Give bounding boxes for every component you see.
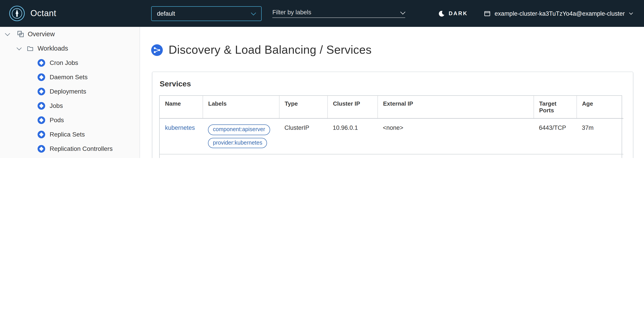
- column-header-target-ports[interactable]: Target Ports: [534, 96, 576, 118]
- folder-icon: [27, 45, 34, 52]
- table-row: kubernetes component:apiserver provider:…: [160, 118, 624, 154]
- column-header-labels[interactable]: Labels: [202, 96, 279, 118]
- services-table: Name Labels Type Cluster IP External IP …: [159, 95, 622, 158]
- sidebar-item-daemon-sets[interactable]: Daemon Sets: [0, 70, 140, 84]
- sidebar-item-label: Replication Controllers: [50, 145, 113, 152]
- sidebar-item-overview[interactable]: Overview: [0, 27, 140, 41]
- sidebar-item-label: Replica Sets: [50, 131, 85, 138]
- type-cell: ClusterIP: [279, 118, 327, 154]
- target-ports-cell: 6443/TCP: [534, 118, 576, 154]
- chevron-down-icon: [629, 11, 633, 16]
- app-header: Octant default DARK example-cluster-ka3T…: [0, 0, 644, 27]
- target-ports-cell: http/TCP: [534, 154, 576, 158]
- cluster-icon: [484, 10, 490, 17]
- column-header-external-ip[interactable]: External IP: [378, 96, 534, 118]
- sidebar-group-label: Workloads: [38, 45, 68, 52]
- chevron-down-icon[interactable]: [5, 32, 10, 36]
- column-header-type[interactable]: Type: [279, 96, 327, 118]
- table-row: my-blog-ghost app:my-blog-ghost chart:gh…: [160, 154, 624, 158]
- sidebar-item-label: Pods: [50, 116, 64, 124]
- replica-sets-icon: [38, 130, 45, 138]
- discovery-load-balancing-icon: [151, 44, 163, 56]
- labels-cell: component:apiserver provider:kubernetes: [202, 118, 279, 154]
- name-cell: my-blog-ghost: [160, 154, 202, 158]
- chevron-down-icon[interactable]: [17, 46, 22, 51]
- external-ip-cell: <none>: [378, 118, 534, 154]
- label-filter[interactable]: [272, 9, 405, 18]
- app-title: Octant: [30, 9, 56, 18]
- sidebar-item-replica-sets[interactable]: Replica Sets: [0, 127, 140, 141]
- sidebar-item-label: Daemon Sets: [50, 73, 88, 81]
- column-header-name[interactable]: Name: [160, 96, 202, 118]
- name-cell: kubernetes: [160, 118, 202, 154]
- sidebar-item-label: Overview: [28, 31, 55, 38]
- sidebar-item-deployments[interactable]: Deployments: [0, 84, 140, 99]
- column-header-cluster-ip[interactable]: Cluster IP: [327, 96, 378, 118]
- context-label: example-cluster-ka3TuTzYo4a@example-clus…: [495, 10, 625, 17]
- label-badge[interactable]: component:apiserver: [208, 124, 270, 135]
- labels-cell: app:my-blog-ghost chart:ghost-8.0.5 heri…: [202, 154, 279, 158]
- service-link[interactable]: kubernetes: [165, 124, 195, 131]
- octant-logo-icon: [9, 5, 25, 22]
- sidebar-item-replication-controllers[interactable]: Replication Controllers: [0, 141, 140, 156]
- main-content: Discovery & Load Balancing / Services Se…: [140, 27, 644, 158]
- table-header-row: Name Labels Type Cluster IP External IP …: [160, 96, 624, 118]
- namespace-select[interactable]: default: [151, 6, 262, 21]
- cluster-ip-cell: 10.96.0.1: [327, 118, 378, 154]
- sidebar-group-workloads[interactable]: Workloads: [0, 41, 140, 56]
- replication-controllers-icon: [38, 145, 45, 152]
- page-title: Discovery & Load Balancing / Services: [168, 43, 372, 57]
- type-cell: LoadBalancer: [279, 154, 327, 158]
- card-title: Services: [152, 72, 633, 95]
- sidebar-item-stateful-sets[interactable]: Stateful Sets: [0, 156, 140, 158]
- page-header: Discovery & Load Balancing / Services: [151, 43, 644, 57]
- app-window: Octant default DARK example-cluster-ka3T…: [0, 0, 644, 158]
- sidebar-item-label: Jobs: [50, 102, 63, 109]
- dark-mode-label: DARK: [449, 10, 468, 17]
- age-cell: 37m: [576, 118, 624, 154]
- overview-icon: [17, 31, 24, 38]
- pods-icon: [38, 116, 45, 124]
- cron-jobs-icon: [38, 59, 45, 67]
- dark-mode-toggle[interactable]: DARK: [438, 10, 468, 17]
- external-ip-cell: nb-104-237-148-71.newark.nodebalancer.li…: [378, 154, 534, 158]
- context-selector[interactable]: example-cluster-ka3TuTzYo4a@example-clus…: [484, 10, 633, 17]
- deployments-icon: [38, 88, 45, 95]
- column-header-age[interactable]: Age: [576, 96, 624, 118]
- daemon-sets-icon: [38, 73, 45, 81]
- label-filter-input[interactable]: [272, 9, 401, 16]
- sidebar: Overview Workloads Cron Jobs Daemon Sets…: [0, 27, 140, 158]
- sidebar-item-label: Deployments: [50, 88, 86, 95]
- sidebar-item-pods[interactable]: Pods: [0, 113, 140, 127]
- cluster-ip-cell: 10.97.21.0: [327, 154, 378, 158]
- jobs-icon: [38, 102, 45, 109]
- sidebar-item-jobs[interactable]: Jobs: [0, 99, 140, 113]
- services-card: Services Name Labels Type Cluster IP: [152, 72, 633, 158]
- chevron-down-icon[interactable]: [401, 10, 405, 15]
- sidebar-item-label: Cron Jobs: [50, 59, 78, 66]
- chevron-down-icon: [251, 11, 256, 16]
- namespace-value: default: [157, 10, 175, 17]
- age-cell: 6m: [576, 154, 624, 158]
- moon-icon: [438, 10, 445, 17]
- sidebar-item-cron-jobs[interactable]: Cron Jobs: [0, 56, 140, 70]
- brand[interactable]: Octant: [9, 5, 140, 22]
- label-badge[interactable]: provider:kubernetes: [208, 138, 267, 148]
